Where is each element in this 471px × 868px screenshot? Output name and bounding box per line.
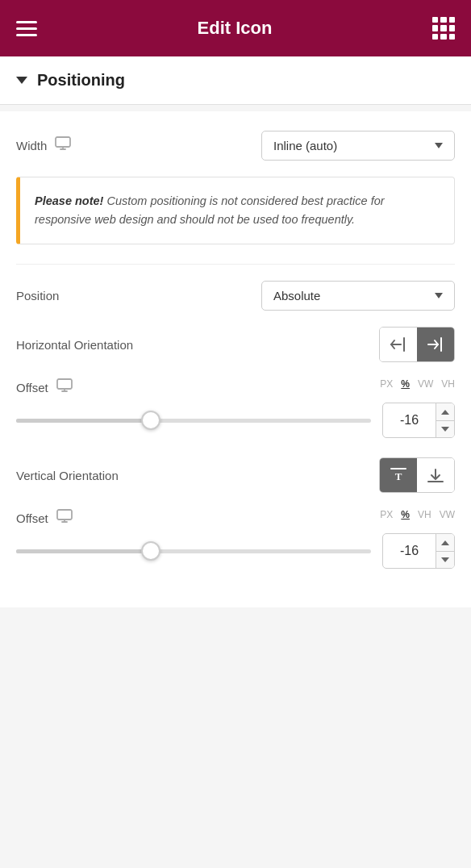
hamburger-icon[interactable]	[16, 21, 37, 36]
h-orient-left-button[interactable]	[380, 328, 417, 361]
slider2-fill	[16, 549, 151, 553]
offset1-slider-row: -16	[16, 403, 455, 438]
offset2-row: Offset PX % VH VW	[16, 509, 455, 527]
unit2-vw[interactable]: VW	[440, 509, 455, 520]
arrow-up-icon	[441, 410, 449, 415]
slider1-fill	[16, 419, 151, 423]
offset2-monitor-icon	[56, 509, 73, 527]
v-orient-bottom-button[interactable]	[417, 458, 454, 492]
svg-text:T: T	[395, 470, 402, 482]
offset2-down-button[interactable]	[436, 552, 454, 569]
offset1-arrows	[436, 403, 454, 437]
notice-text: Please note! Custom positioning is not c…	[35, 192, 440, 229]
svg-rect-7	[57, 379, 72, 389]
slider2-track	[16, 549, 371, 553]
vertical-orientation-row: Vertical Orientation T	[16, 457, 455, 493]
position-label: Position	[16, 289, 59, 303]
width-select-chevron	[435, 143, 443, 148]
notice-box: Please note! Custom positioning is not c…	[16, 177, 455, 244]
position-select-value: Absolute	[273, 289, 320, 303]
offset2-slider[interactable]	[16, 549, 371, 553]
arrow2-down-icon	[441, 557, 449, 562]
offset1-units: PX % VW VH	[380, 378, 455, 390]
offset1-number-input: -16	[382, 403, 455, 438]
offset2-number-input: -16	[382, 533, 455, 569]
vertical-toggle-group: T	[379, 457, 455, 493]
unit2-px[interactable]: PX	[380, 509, 393, 520]
section-title: Positioning	[37, 71, 125, 90]
offset1-value: -16	[383, 413, 436, 428]
offset2-up-button[interactable]	[436, 534, 454, 552]
offset1-up-button[interactable]	[436, 403, 454, 421]
width-label: Width	[16, 139, 47, 152]
horizontal-orientation-label: Horizontal Orientation	[16, 338, 133, 352]
h-orient-right-button[interactable]	[417, 328, 454, 361]
slider1-thumb[interactable]	[141, 411, 160, 430]
horizontal-toggle-group	[379, 327, 455, 362]
width-select[interactable]: Inline (auto)	[261, 131, 455, 161]
offset2-slider-row: -16	[16, 533, 455, 569]
offset1-slider[interactable]	[16, 419, 371, 423]
position-select-chevron	[435, 293, 443, 298]
position-label-group: Position	[16, 289, 59, 303]
position-select[interactable]: Absolute	[261, 281, 455, 311]
offset2-value: -16	[383, 544, 436, 558]
chevron-down-icon[interactable]	[16, 77, 27, 84]
unit-vw[interactable]: VW	[418, 378, 433, 390]
offset1-row: Offset PX % VW VH	[16, 378, 455, 396]
svg-rect-0	[56, 137, 70, 147]
arrow2-up-icon	[441, 540, 449, 545]
v-orient-top-button[interactable]: T	[380, 458, 417, 492]
slider2-thumb[interactable]	[141, 541, 160, 561]
offset2-label: Offset	[16, 511, 48, 525]
width-label-group: Width	[16, 136, 71, 155]
unit2-vh[interactable]: VH	[418, 509, 431, 520]
unit-vh[interactable]: VH	[441, 378, 455, 390]
monitor-icon	[55, 136, 71, 155]
unit-px[interactable]: PX	[380, 378, 393, 390]
position-row: Position Absolute	[16, 281, 455, 311]
width-row: Width Inline (auto)	[16, 131, 455, 161]
offset2-units: PX % VH VW	[380, 509, 455, 520]
notice-bold: Please note!	[35, 194, 103, 207]
offset1-down-button[interactable]	[436, 421, 454, 438]
app-header: Edit Icon	[0, 0, 471, 56]
header-title: Edit Icon	[198, 18, 273, 39]
unit-pct[interactable]: %	[401, 378, 410, 390]
slider1-track	[16, 419, 371, 423]
width-select-value: Inline (auto)	[273, 139, 337, 152]
unit2-pct[interactable]: %	[401, 509, 410, 520]
vertical-orientation-label: Vertical Orientation	[16, 469, 119, 482]
offset2-arrows	[436, 534, 454, 568]
offset1-monitor-icon	[56, 378, 73, 396]
divider	[16, 264, 455, 265]
offset1-label-group: Offset	[16, 378, 73, 396]
svg-rect-14	[57, 510, 72, 520]
arrow-down-icon	[441, 427, 449, 432]
offset1-label: Offset	[16, 381, 48, 394]
grid-icon[interactable]	[432, 17, 455, 40]
positioning-section-header: Positioning	[0, 56, 471, 105]
main-content: Width Inline (auto) Please note! Custom …	[0, 111, 471, 607]
offset2-label-group: Offset	[16, 509, 73, 527]
horizontal-orientation-row: Horizontal Orientation	[16, 327, 455, 362]
